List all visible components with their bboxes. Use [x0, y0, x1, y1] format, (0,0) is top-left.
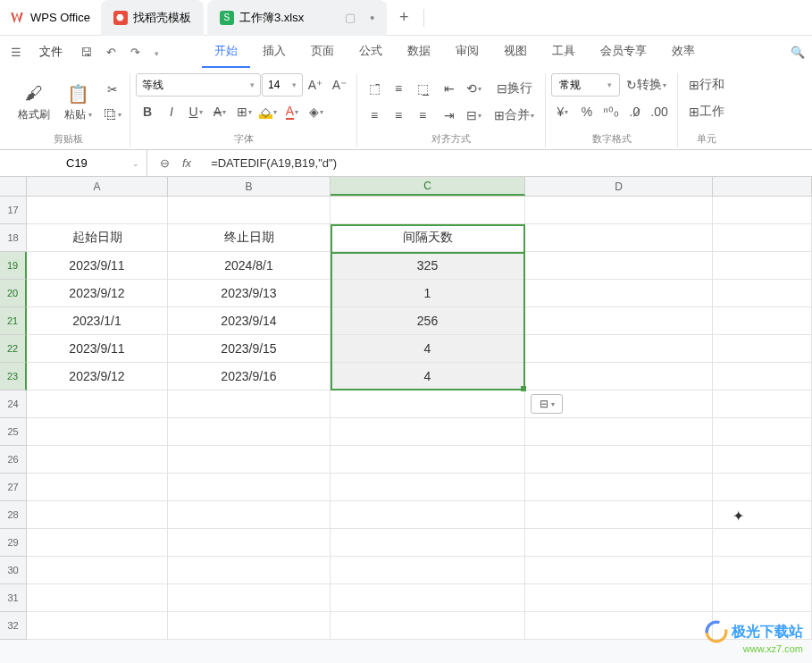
cell[interactable] [713, 390, 812, 418]
cell[interactable] [27, 446, 168, 474]
cell[interactable] [27, 557, 168, 584]
cell[interactable] [168, 612, 331, 640]
row-header[interactable]: 26 [0, 446, 27, 474]
row-header[interactable]: 20 [0, 280, 27, 307]
spreadsheet-grid[interactable]: ABCD 1718起始日期终止日期间隔天数192023/9/112024/8/1… [0, 177, 812, 640]
select-all-corner[interactable] [0, 177, 27, 196]
italic-button[interactable]: I [160, 100, 183, 123]
cell[interactable] [525, 474, 713, 501]
decrease-font-button[interactable]: A⁻ [328, 73, 351, 97]
strike-button[interactable]: A▾ [208, 100, 231, 123]
column-header[interactable]: B [168, 177, 331, 196]
number-format-select[interactable]: 常规▾ [551, 73, 620, 97]
cell[interactable]: 2023/9/15 [168, 335, 331, 363]
undo-icon[interactable]: ↶ [103, 44, 120, 61]
distribute-button[interactable]: ⊟▾ [462, 104, 485, 127]
cut-button[interactable]: ✂ [101, 78, 124, 101]
cell[interactable] [331, 584, 525, 612]
tab-workbook[interactable]: S 工作簿3.xlsx ▢ • [207, 0, 387, 36]
cell[interactable]: 2023/1/1 [27, 307, 168, 335]
tab-home[interactable]: 开始 [202, 36, 250, 68]
cell[interactable]: 4 [331, 363, 525, 390]
cell[interactable]: 终止日期 [168, 224, 331, 252]
align-bottom-button[interactable]: ⬚̲ [411, 77, 434, 100]
quickaccess-dropdown[interactable]: ▾ [151, 44, 163, 61]
column-header[interactable]: C [331, 177, 525, 196]
row-header[interactable]: 29 [0, 529, 27, 557]
cell[interactable] [525, 446, 713, 474]
cell[interactable]: 2023/9/12 [27, 363, 168, 390]
file-menu[interactable]: 文件 [32, 40, 70, 63]
cell[interactable] [713, 280, 812, 307]
redo-icon[interactable]: ↷ [127, 44, 144, 61]
increase-decimal-button[interactable]: .00 [648, 100, 671, 123]
row-header[interactable]: 19 [0, 252, 27, 280]
cell[interactable]: 2023/9/14 [168, 307, 331, 335]
cell[interactable] [331, 529, 525, 557]
cell[interactable] [27, 474, 168, 501]
cell[interactable] [525, 252, 713, 280]
cell[interactable]: 2023/9/16 [168, 363, 331, 390]
row-header[interactable]: 24 [0, 390, 27, 418]
cell[interactable]: 1 [331, 280, 525, 307]
cell[interactable]: 2023/9/13 [168, 280, 331, 307]
cell[interactable]: 2024/8/1 [168, 252, 331, 280]
cell[interactable] [331, 197, 525, 224]
cell[interactable] [331, 418, 525, 446]
cell[interactable] [331, 446, 525, 474]
zoom-lens-icon[interactable]: ⊖ [160, 156, 170, 170]
border-button[interactable]: ⊞▾ [232, 100, 255, 123]
tab-insert[interactable]: 插入 [250, 36, 298, 68]
cell[interactable] [525, 557, 713, 584]
column-header[interactable]: A [27, 177, 168, 196]
cell[interactable] [525, 197, 713, 224]
fill-color-button[interactable]: ◇▾ [256, 100, 280, 123]
cell[interactable] [168, 418, 331, 446]
cell[interactable] [713, 474, 812, 501]
row-header[interactable]: 17 [0, 197, 27, 224]
cell[interactable] [27, 501, 168, 529]
cell[interactable] [168, 446, 331, 474]
cell[interactable] [525, 280, 713, 307]
cell[interactable]: 325 [331, 252, 525, 280]
align-left-button[interactable]: ≡ [363, 104, 386, 127]
align-top-button[interactable]: ⬚̄ [363, 77, 386, 100]
cell[interactable] [713, 197, 812, 224]
cell[interactable] [713, 363, 812, 390]
tab-view[interactable]: 视图 [491, 36, 540, 68]
cell[interactable] [713, 557, 812, 584]
cell[interactable] [713, 335, 812, 363]
cell[interactable] [525, 529, 713, 557]
increase-indent-button[interactable]: ⇥ [438, 104, 461, 127]
cell[interactable] [168, 474, 331, 501]
row-header[interactable]: 21 [0, 307, 27, 335]
cell[interactable] [27, 612, 168, 640]
row-header[interactable]: 30 [0, 557, 27, 584]
tab-review[interactable]: 审阅 [443, 36, 491, 68]
cell[interactable] [713, 224, 812, 252]
align-right-button[interactable]: ≡ [411, 104, 434, 127]
tab-page[interactable]: 页面 [298, 36, 347, 68]
cell[interactable] [713, 307, 812, 335]
tab-templates[interactable]: ⬣ 找稻壳模板 [101, 0, 204, 36]
row-header[interactable]: 22 [0, 335, 27, 363]
cell[interactable] [525, 307, 713, 335]
comma-button[interactable]: ⁿ⁰₀ [599, 100, 623, 123]
convert-button[interactable]: ↻ 转换▾ [621, 73, 672, 97]
currency-button[interactable]: ¥▾ [551, 100, 574, 123]
wrap-button[interactable]: ⊟ 换行 [489, 77, 540, 100]
cell[interactable] [168, 197, 331, 224]
hamburger-icon[interactable]: ☰ [7, 44, 25, 61]
underline-button[interactable]: U▾ [184, 100, 207, 123]
rowcol-button[interactable]: ⊞ 行和 [683, 73, 730, 97]
decrease-indent-button[interactable]: ⇤ [438, 77, 461, 100]
font-family-select[interactable]: 等线▾ [136, 73, 261, 97]
cell[interactable] [525, 584, 713, 612]
cell[interactable] [27, 197, 168, 224]
tab-member[interactable]: 会员专享 [588, 36, 659, 68]
cell[interactable] [525, 418, 713, 446]
format-painter-button[interactable]: 🖌 格式刷 [13, 73, 55, 130]
align-middle-button[interactable]: ≡ [387, 77, 410, 100]
cell[interactable] [331, 474, 525, 501]
cell[interactable] [713, 252, 812, 280]
